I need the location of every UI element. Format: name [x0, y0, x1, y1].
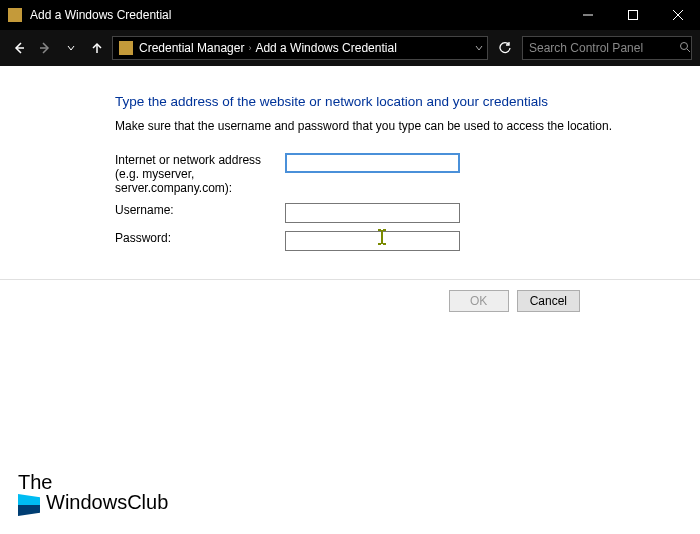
folder-icon — [119, 41, 133, 55]
refresh-button[interactable] — [492, 36, 518, 60]
titlebar: Add a Windows Credential — [0, 0, 700, 30]
up-button[interactable] — [86, 37, 108, 59]
page-instruction: Make sure that the username and password… — [115, 119, 660, 133]
maximize-button[interactable] — [610, 0, 655, 30]
password-label: Password: — [115, 231, 285, 245]
window-controls — [565, 0, 700, 30]
chevron-down-icon[interactable] — [475, 44, 483, 52]
content-area: Type the address of the website or netwo… — [0, 66, 700, 534]
dialog-buttons: OK Cancel — [0, 280, 700, 312]
breadcrumb-item[interactable]: Add a Windows Credential — [255, 41, 396, 55]
cancel-button[interactable]: Cancel — [517, 290, 580, 312]
close-button[interactable] — [655, 0, 700, 30]
svg-line-8 — [687, 49, 690, 52]
search-icon[interactable] — [679, 41, 691, 56]
back-button[interactable] — [8, 37, 30, 59]
svg-rect-1 — [628, 11, 637, 20]
page-heading: Type the address of the website or netwo… — [115, 94, 660, 109]
window: Add a Windows Credential Cre — [0, 0, 700, 534]
app-icon — [8, 8, 22, 22]
ok-button[interactable]: OK — [449, 290, 509, 312]
chevron-right-icon: › — [248, 43, 251, 53]
forward-button[interactable] — [34, 37, 56, 59]
address-input[interactable] — [285, 153, 460, 173]
watermark-line2: WindowsClub — [46, 491, 168, 513]
navbar: Credential Manager › Add a Windows Crede… — [0, 30, 700, 66]
window-title: Add a Windows Credential — [30, 8, 565, 22]
username-label: Username: — [115, 203, 285, 217]
address-label: Internet or network address (e.g. myserv… — [115, 153, 285, 195]
address-bar[interactable]: Credential Manager › Add a Windows Crede… — [112, 36, 488, 60]
recent-dropdown[interactable] — [60, 37, 82, 59]
form-row-password: Password: — [115, 231, 660, 251]
search-input[interactable] — [529, 41, 679, 55]
form-row-username: Username: — [115, 203, 660, 223]
watermark-logo-icon — [18, 494, 40, 516]
watermark-line1: The — [18, 472, 168, 492]
form-row-address: Internet or network address (e.g. myserv… — [115, 153, 660, 195]
breadcrumb-item[interactable]: Credential Manager — [139, 41, 244, 55]
username-input[interactable] — [285, 203, 460, 223]
search-box[interactable] — [522, 36, 692, 60]
password-input[interactable] — [285, 231, 460, 251]
minimize-button[interactable] — [565, 0, 610, 30]
watermark: The WindowsClub — [18, 472, 168, 516]
svg-point-7 — [681, 42, 688, 49]
